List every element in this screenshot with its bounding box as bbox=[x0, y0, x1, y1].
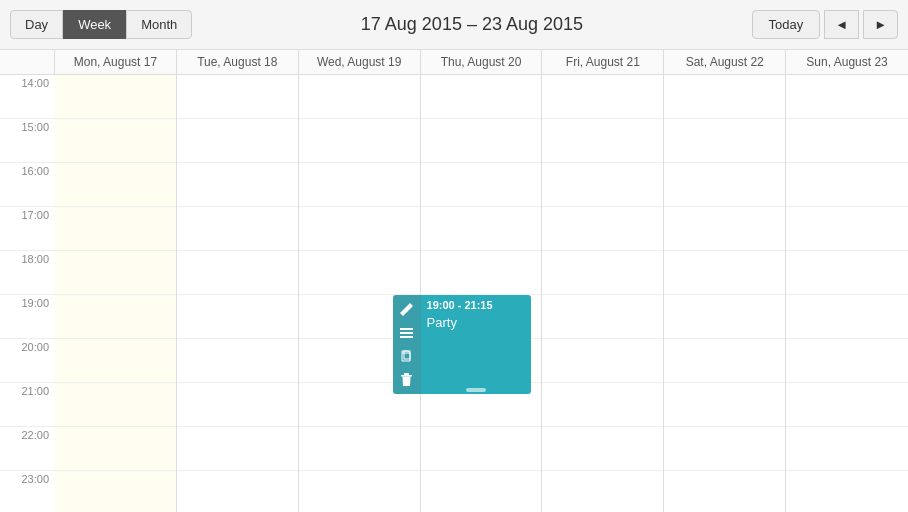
slot-sat-18[interactable] bbox=[664, 251, 785, 295]
svg-rect-5 bbox=[404, 373, 409, 376]
day-columns-area: 19:00 - 21:15 Party bbox=[55, 75, 908, 512]
slot-fri-19[interactable] bbox=[542, 295, 663, 339]
slot-thu-22[interactable] bbox=[421, 427, 542, 471]
navigation-area: Today ◄ ► bbox=[752, 10, 898, 39]
slot-tue-19[interactable] bbox=[177, 295, 298, 339]
slot-mon-17[interactable] bbox=[55, 207, 176, 251]
time-label-18: 18:00 bbox=[0, 251, 55, 295]
time-label-17: 17:00 bbox=[0, 207, 55, 251]
event-edit-button[interactable] bbox=[393, 299, 421, 320]
slot-sat-15[interactable] bbox=[664, 119, 785, 163]
event-resize-handle[interactable] bbox=[466, 388, 486, 392]
slot-thu-15[interactable] bbox=[421, 119, 542, 163]
slot-sat-22[interactable] bbox=[664, 427, 785, 471]
slot-sun-14[interactable] bbox=[786, 75, 908, 119]
slot-thu-23[interactable] bbox=[421, 471, 542, 512]
slot-tue-22[interactable] bbox=[177, 427, 298, 471]
day-col-mon[interactable] bbox=[55, 75, 177, 512]
slot-mon-14[interactable] bbox=[55, 75, 176, 119]
slot-fri-21[interactable] bbox=[542, 383, 663, 427]
slot-sat-23[interactable] bbox=[664, 471, 785, 512]
day-col-tue[interactable] bbox=[177, 75, 299, 512]
slot-thu-14[interactable] bbox=[421, 75, 542, 119]
calendar-body: Mon, August 17 Tue, August 18 Wed, Augus… bbox=[0, 50, 908, 512]
slot-mon-23[interactable] bbox=[55, 471, 176, 512]
slot-wed-15[interactable] bbox=[299, 119, 420, 163]
slot-mon-18[interactable] bbox=[55, 251, 176, 295]
slot-sat-20[interactable] bbox=[664, 339, 785, 383]
event-popup-party: 19:00 - 21:15 Party bbox=[393, 295, 531, 394]
event-card-party[interactable]: 19:00 - 21:15 Party bbox=[421, 295, 531, 394]
slot-wed-14[interactable] bbox=[299, 75, 420, 119]
slot-fri-18[interactable] bbox=[542, 251, 663, 295]
slot-sun-21[interactable] bbox=[786, 383, 908, 427]
slot-sat-19[interactable] bbox=[664, 295, 785, 339]
slot-tue-15[interactable] bbox=[177, 119, 298, 163]
slot-tue-14[interactable] bbox=[177, 75, 298, 119]
slot-mon-19[interactable] bbox=[55, 295, 176, 339]
slot-fri-14[interactable] bbox=[542, 75, 663, 119]
time-label-20: 20:00 bbox=[0, 339, 55, 383]
prev-button[interactable]: ◄ bbox=[824, 10, 859, 39]
day-header-wed: Wed, August 19 bbox=[299, 50, 421, 74]
slot-fri-15[interactable] bbox=[542, 119, 663, 163]
slot-wed-17[interactable] bbox=[299, 207, 420, 251]
slot-sat-14[interactable] bbox=[664, 75, 785, 119]
slot-wed-22[interactable] bbox=[299, 427, 420, 471]
day-header-thu: Thu, August 20 bbox=[421, 50, 543, 74]
day-col-sun[interactable] bbox=[786, 75, 908, 512]
slot-fri-20[interactable] bbox=[542, 339, 663, 383]
day-col-wed[interactable] bbox=[299, 75, 421, 512]
slot-mon-16[interactable] bbox=[55, 163, 176, 207]
slot-tue-23[interactable] bbox=[177, 471, 298, 512]
view-week-button[interactable]: Week bbox=[63, 10, 126, 39]
svg-rect-2 bbox=[400, 336, 413, 338]
day-col-sat[interactable] bbox=[664, 75, 786, 512]
slot-wed-23[interactable] bbox=[299, 471, 420, 512]
view-month-button[interactable]: Month bbox=[126, 10, 192, 39]
day-col-thu[interactable]: 19:00 - 21:15 Party bbox=[421, 75, 543, 512]
slot-sun-23[interactable] bbox=[786, 471, 908, 512]
slot-tue-17[interactable] bbox=[177, 207, 298, 251]
slot-fri-16[interactable] bbox=[542, 163, 663, 207]
slot-wed-18[interactable] bbox=[299, 251, 420, 295]
slot-sat-17[interactable] bbox=[664, 207, 785, 251]
slot-mon-21[interactable] bbox=[55, 383, 176, 427]
slot-tue-21[interactable] bbox=[177, 383, 298, 427]
slot-sat-21[interactable] bbox=[664, 383, 785, 427]
time-label-23: 23:00 bbox=[0, 471, 55, 512]
slot-tue-16[interactable] bbox=[177, 163, 298, 207]
slot-tue-18[interactable] bbox=[177, 251, 298, 295]
slot-sat-16[interactable] bbox=[664, 163, 785, 207]
event-details-button[interactable] bbox=[393, 322, 421, 343]
slot-tue-20[interactable] bbox=[177, 339, 298, 383]
slot-mon-15[interactable] bbox=[55, 119, 176, 163]
today-button[interactable]: Today bbox=[752, 10, 821, 39]
slot-fri-17[interactable] bbox=[542, 207, 663, 251]
day-header-mon: Mon, August 17 bbox=[55, 50, 177, 74]
calendar-header: Day Week Month 17 Aug 2015 – 23 Aug 2015… bbox=[0, 0, 908, 50]
slot-fri-23[interactable] bbox=[542, 471, 663, 512]
event-delete-button[interactable] bbox=[393, 369, 421, 390]
slot-sun-22[interactable] bbox=[786, 427, 908, 471]
slot-fri-22[interactable] bbox=[542, 427, 663, 471]
slot-sun-15[interactable] bbox=[786, 119, 908, 163]
day-col-fri[interactable] bbox=[542, 75, 664, 512]
slot-sun-19[interactable] bbox=[786, 295, 908, 339]
header-spacer bbox=[0, 50, 55, 74]
next-button[interactable]: ► bbox=[863, 10, 898, 39]
slot-mon-20[interactable] bbox=[55, 339, 176, 383]
view-day-button[interactable]: Day bbox=[10, 10, 63, 39]
slot-thu-18[interactable] bbox=[421, 251, 542, 295]
slot-thu-17[interactable] bbox=[421, 207, 542, 251]
slot-sun-18[interactable] bbox=[786, 251, 908, 295]
day-header-fri: Fri, August 21 bbox=[542, 50, 664, 74]
slot-wed-16[interactable] bbox=[299, 163, 420, 207]
event-copy-button[interactable] bbox=[393, 346, 421, 367]
day-header-tue: Tue, August 18 bbox=[177, 50, 299, 74]
slot-sun-17[interactable] bbox=[786, 207, 908, 251]
slot-thu-16[interactable] bbox=[421, 163, 542, 207]
slot-sun-16[interactable] bbox=[786, 163, 908, 207]
slot-sun-20[interactable] bbox=[786, 339, 908, 383]
slot-mon-22[interactable] bbox=[55, 427, 176, 471]
